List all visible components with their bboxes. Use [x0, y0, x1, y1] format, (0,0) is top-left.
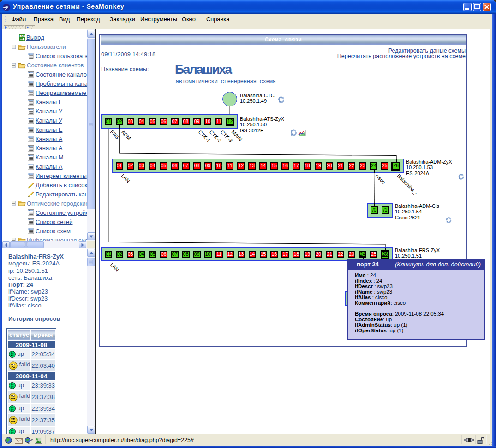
svg-text:Exit: Exit: [19, 34, 25, 37]
